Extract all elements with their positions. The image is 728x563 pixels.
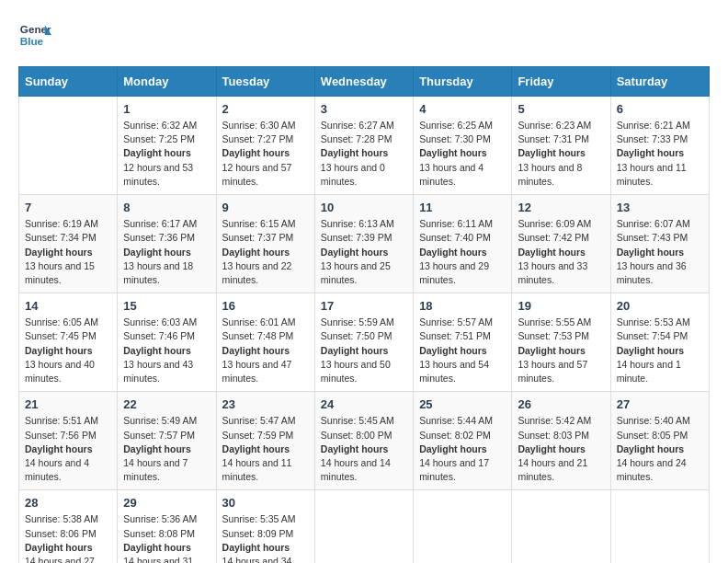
calendar-cell: 4 Sunrise: 6:25 AM Sunset: 7:30 PM Dayli… — [414, 97, 512, 195]
svg-text:Blue: Blue — [20, 35, 44, 47]
day-number: 7 — [25, 201, 111, 214]
day-info: Sunrise: 5:55 AM Sunset: 7:53 PM Dayligh… — [518, 316, 604, 385]
calendar-cell: 25 Sunrise: 5:44 AM Sunset: 8:02 PM Dayl… — [414, 392, 512, 490]
col-header-wednesday: Wednesday — [314, 67, 413, 97]
day-number: 23 — [222, 397, 309, 411]
calendar-cell: 15 Sunrise: 6:03 AM Sunset: 7:46 PM Dayl… — [118, 293, 216, 392]
day-number: 10 — [321, 201, 407, 214]
day-info: Sunrise: 5:53 AM Sunset: 7:54 PM Dayligh… — [617, 316, 703, 385]
day-info: Sunrise: 5:49 AM Sunset: 7:57 PM Dayligh… — [123, 414, 210, 484]
calendar-week-2: 7 Sunrise: 6:19 AM Sunset: 7:34 PM Dayli… — [19, 195, 710, 293]
calendar-cell — [414, 490, 512, 563]
calendar-cell: 1 Sunrise: 6:32 AM Sunset: 7:25 PM Dayli… — [118, 97, 216, 195]
col-header-friday: Friday — [512, 67, 610, 97]
day-number: 29 — [123, 496, 210, 510]
calendar-cell: 30 Sunrise: 5:35 AM Sunset: 8:09 PM Dayl… — [216, 490, 314, 563]
calendar-cell: 20 Sunrise: 5:53 AM Sunset: 7:54 PM Dayl… — [610, 293, 709, 392]
day-info: Sunrise: 6:11 AM Sunset: 7:40 PM Dayligh… — [419, 217, 506, 287]
day-number: 11 — [419, 201, 506, 214]
day-info: Sunrise: 6:21 AM Sunset: 7:33 PM Dayligh… — [617, 119, 703, 189]
calendar-cell: 17 Sunrise: 5:59 AM Sunset: 7:50 PM Dayl… — [314, 293, 413, 392]
calendar-cell: 3 Sunrise: 6:27 AM Sunset: 7:28 PM Dayli… — [314, 97, 413, 195]
calendar-cell: 2 Sunrise: 6:30 AM Sunset: 7:27 PM Dayli… — [216, 97, 314, 195]
day-info: Sunrise: 6:32 AM Sunset: 7:25 PM Dayligh… — [123, 119, 210, 189]
day-info: Sunrise: 5:57 AM Sunset: 7:51 PM Dayligh… — [419, 316, 506, 385]
day-number: 30 — [222, 496, 309, 510]
calendar-cell: 23 Sunrise: 5:47 AM Sunset: 7:59 PM Dayl… — [216, 392, 314, 490]
day-info: Sunrise: 6:19 AM Sunset: 7:34 PM Dayligh… — [25, 217, 111, 287]
day-info: Sunrise: 6:01 AM Sunset: 7:48 PM Dayligh… — [222, 316, 309, 385]
calendar-table: SundayMondayTuesdayWednesdayThursdayFrid… — [18, 66, 710, 563]
calendar-cell: 13 Sunrise: 6:07 AM Sunset: 7:43 PM Dayl… — [610, 195, 709, 293]
col-header-tuesday: Tuesday — [216, 67, 314, 97]
calendar-cell: 6 Sunrise: 6:21 AM Sunset: 7:33 PM Dayli… — [610, 97, 709, 195]
calendar-cell: 27 Sunrise: 5:40 AM Sunset: 8:05 PM Dayl… — [610, 392, 709, 490]
calendar-cell: 8 Sunrise: 6:17 AM Sunset: 7:36 PM Dayli… — [118, 195, 216, 293]
day-number: 6 — [617, 102, 703, 116]
day-number: 14 — [25, 299, 111, 313]
calendar-cell: 16 Sunrise: 6:01 AM Sunset: 7:48 PM Dayl… — [216, 293, 314, 392]
calendar-cell: 21 Sunrise: 5:51 AM Sunset: 7:56 PM Dayl… — [19, 392, 118, 490]
day-info: Sunrise: 6:17 AM Sunset: 7:36 PM Dayligh… — [123, 217, 210, 287]
day-number: 13 — [617, 201, 703, 214]
day-number: 20 — [617, 299, 703, 313]
day-info: Sunrise: 5:38 AM Sunset: 8:06 PM Dayligh… — [25, 512, 111, 563]
day-info: Sunrise: 6:27 AM Sunset: 7:28 PM Dayligh… — [321, 119, 407, 189]
logo: General Blue — [18, 18, 51, 52]
calendar-week-4: 21 Sunrise: 5:51 AM Sunset: 7:56 PM Dayl… — [19, 392, 710, 490]
calendar-cell: 9 Sunrise: 6:15 AM Sunset: 7:37 PM Dayli… — [216, 195, 314, 293]
day-info: Sunrise: 6:03 AM Sunset: 7:46 PM Dayligh… — [123, 316, 210, 385]
day-info: Sunrise: 6:07 AM Sunset: 7:43 PM Dayligh… — [617, 217, 703, 287]
col-header-sunday: Sunday — [19, 67, 118, 97]
calendar-cell: 5 Sunrise: 6:23 AM Sunset: 7:31 PM Dayli… — [512, 97, 610, 195]
page-header: General Blue — [18, 18, 710, 52]
day-info: Sunrise: 6:25 AM Sunset: 7:30 PM Dayligh… — [419, 119, 506, 189]
day-info: Sunrise: 5:47 AM Sunset: 7:59 PM Dayligh… — [222, 414, 309, 484]
calendar-cell — [19, 97, 118, 195]
calendar-cell: 12 Sunrise: 6:09 AM Sunset: 7:42 PM Dayl… — [512, 195, 610, 293]
calendar-week-5: 28 Sunrise: 5:38 AM Sunset: 8:06 PM Dayl… — [19, 490, 710, 563]
day-number: 18 — [419, 299, 506, 313]
calendar-cell: 7 Sunrise: 6:19 AM Sunset: 7:34 PM Dayli… — [19, 195, 118, 293]
day-number: 27 — [617, 397, 703, 411]
day-info: Sunrise: 6:23 AM Sunset: 7:31 PM Dayligh… — [518, 119, 604, 189]
calendar-cell: 29 Sunrise: 5:36 AM Sunset: 8:08 PM Dayl… — [118, 490, 216, 563]
day-number: 25 — [419, 397, 506, 411]
day-number: 9 — [222, 201, 309, 214]
day-number: 21 — [25, 397, 111, 411]
col-header-thursday: Thursday — [414, 67, 512, 97]
day-info: Sunrise: 5:45 AM Sunset: 8:00 PM Dayligh… — [321, 414, 407, 484]
day-number: 3 — [321, 102, 407, 116]
day-number: 1 — [123, 102, 210, 116]
day-number: 12 — [518, 201, 604, 214]
day-info: Sunrise: 5:36 AM Sunset: 8:08 PM Dayligh… — [123, 512, 210, 563]
day-info: Sunrise: 5:44 AM Sunset: 8:02 PM Dayligh… — [419, 414, 506, 484]
day-number: 15 — [123, 299, 210, 313]
calendar-cell — [610, 490, 709, 563]
day-number: 26 — [518, 397, 604, 411]
calendar-cell: 10 Sunrise: 6:13 AM Sunset: 7:39 PM Dayl… — [314, 195, 413, 293]
day-number: 19 — [518, 299, 604, 313]
calendar-cell: 26 Sunrise: 5:42 AM Sunset: 8:03 PM Dayl… — [512, 392, 610, 490]
day-info: Sunrise: 6:05 AM Sunset: 7:45 PM Dayligh… — [25, 316, 111, 385]
calendar-cell: 11 Sunrise: 6:11 AM Sunset: 7:40 PM Dayl… — [414, 195, 512, 293]
calendar-cell: 28 Sunrise: 5:38 AM Sunset: 8:06 PM Dayl… — [19, 490, 118, 563]
calendar-cell — [512, 490, 610, 563]
day-number: 8 — [123, 201, 210, 214]
calendar-week-3: 14 Sunrise: 6:05 AM Sunset: 7:45 PM Dayl… — [19, 293, 710, 392]
day-info: Sunrise: 6:30 AM Sunset: 7:27 PM Dayligh… — [222, 119, 309, 189]
calendar-cell: 18 Sunrise: 5:57 AM Sunset: 7:51 PM Dayl… — [414, 293, 512, 392]
header-row: SundayMondayTuesdayWednesdayThursdayFrid… — [19, 67, 710, 97]
day-number: 2 — [222, 102, 309, 116]
day-info: Sunrise: 5:59 AM Sunset: 7:50 PM Dayligh… — [321, 316, 407, 385]
col-header-monday: Monday — [118, 67, 216, 97]
day-info: Sunrise: 5:40 AM Sunset: 8:05 PM Dayligh… — [617, 414, 703, 484]
day-info: Sunrise: 5:35 AM Sunset: 8:09 PM Dayligh… — [222, 512, 309, 563]
day-number: 4 — [419, 102, 506, 116]
col-header-saturday: Saturday — [610, 67, 709, 97]
calendar-cell: 24 Sunrise: 5:45 AM Sunset: 8:00 PM Dayl… — [314, 392, 413, 490]
day-number: 22 — [123, 397, 210, 411]
logo-icon: General Blue — [18, 18, 51, 52]
day-number: 28 — [25, 496, 111, 510]
calendar-week-1: 1 Sunrise: 6:32 AM Sunset: 7:25 PM Dayli… — [19, 97, 710, 195]
